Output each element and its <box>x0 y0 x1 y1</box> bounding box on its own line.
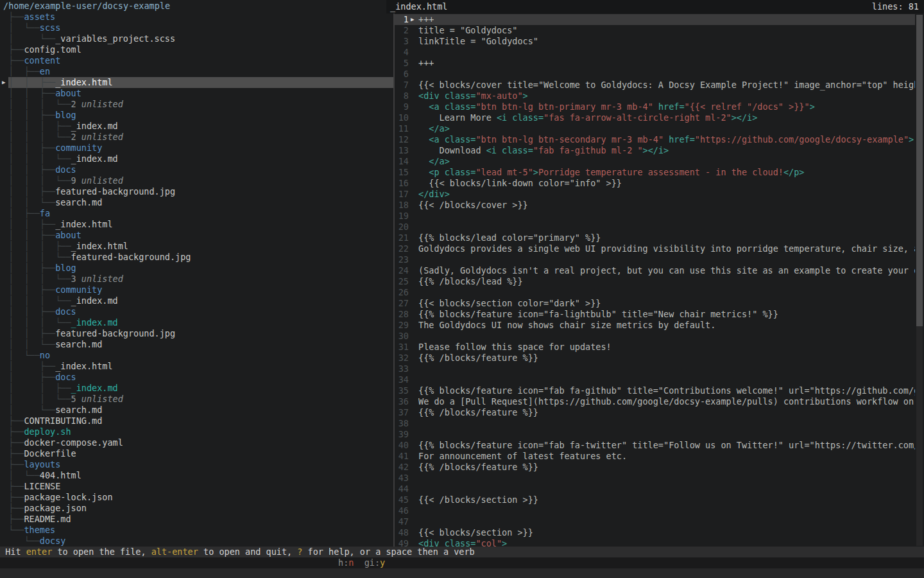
line-number: 33 <box>395 363 409 374</box>
tree-item-featured-background-jpg[interactable]: │ │ │ └──featured-background.jpg <box>0 252 393 263</box>
tree-item-label: _index.md <box>71 295 118 306</box>
code-text: Download <i class="fab fa-github ml-2 ">… <box>418 145 915 156</box>
tree-branch-lines: │ └── <box>8 33 55 44</box>
line-number: 19 <box>395 211 409 222</box>
code-line-4: 4 <box>395 47 915 58</box>
code-text <box>418 516 915 527</box>
unlisted-count: 9 <box>71 175 76 186</box>
scrollbar[interactable] <box>916 15 923 546</box>
line-number: 49 <box>395 538 409 547</box>
line-number: 28 <box>395 309 409 320</box>
gutter-gap <box>409 145 418 156</box>
tree-item-search-md[interactable]: │ └──search.md <box>0 405 393 416</box>
tree-item-contributing-md[interactable]: ├──CONTRIBUTING.md <box>0 416 393 426</box>
status-text: enter <box>26 547 53 557</box>
tree-item-featured-background-jpg[interactable]: │ │ ├──featured-background.jpg <box>0 186 393 197</box>
tree-item-package-lock-json[interactable]: ├──package-lock.json <box>0 492 393 503</box>
tree-item-en[interactable]: │ ├──en <box>0 66 393 77</box>
tree-item-label: no <box>40 350 50 360</box>
tree-item-label: about <box>55 230 81 240</box>
tree-item--index-md[interactable]: │ │ │ └──_index.md <box>0 317 393 328</box>
line-number: 32 <box>395 353 409 363</box>
tree-item-docker-compose-yaml[interactable]: ├──docker-compose.yaml <box>0 437 393 448</box>
tree-item--index-html[interactable]: │ ├──_index.html <box>0 361 393 372</box>
tree-branch-lines: │ │ ├── <box>8 88 55 98</box>
tree-item-404-html[interactable]: │ └──404.html <box>0 470 393 481</box>
tree-item-blog[interactable]: │ │ ├──blog <box>0 110 393 121</box>
tree-item-config-toml[interactable]: ├──config.toml <box>0 44 393 55</box>
tree-item--index-md[interactable]: │ │ │ ├──_index.md <box>0 121 393 132</box>
tree-item-docsy[interactable]: └──docsy <box>0 536 393 547</box>
tree-item-content[interactable]: ├──content <box>0 55 393 66</box>
tree-item-label: _variables_project.scss <box>55 33 175 44</box>
tree-item--index-html[interactable]: │ │ ├──_index.html <box>0 219 393 230</box>
gutter-gap <box>409 243 418 254</box>
tree-item-dockerfile[interactable]: ├──Dockerfile <box>0 448 393 459</box>
row-marker <box>0 44 8 55</box>
tree-item-docs[interactable]: │ │ ├──docs <box>0 164 393 175</box>
preview-title: _index.html <box>390 0 447 13</box>
tree-item-label: README.md <box>24 514 71 524</box>
gutter-gap <box>409 254 418 265</box>
tree-branch-lines: │ │ ├── <box>8 164 55 175</box>
tree-branch-lines: ├── <box>8 44 24 55</box>
line-number: 40 <box>395 440 409 451</box>
tree-branch-lines: ├── <box>8 437 24 448</box>
tree-item--index-md[interactable]: │ │ │ └──_index.md <box>0 295 393 306</box>
row-marker <box>0 317 8 328</box>
tree-item--index-md[interactable]: │ │ ├──_index.md <box>0 383 393 394</box>
gutter-gap <box>409 538 418 547</box>
tree-item-community[interactable]: │ │ ├──community <box>0 143 393 153</box>
row-marker <box>0 448 8 459</box>
row-marker <box>0 197 8 208</box>
code-line-12: 12 <a class="btn btn-lg btn-secondary mr… <box>395 134 915 145</box>
row-marker <box>0 22 8 33</box>
line-number: 42 <box>395 462 409 473</box>
row-marker <box>0 263 8 274</box>
tree-item--variables-project-scss[interactable]: │ └──_variables_project.scss <box>0 33 393 44</box>
row-marker <box>0 219 8 230</box>
status-text: to open and quit, <box>198 547 297 557</box>
tree-item--index-md[interactable]: │ │ │ └──_index.md <box>0 153 393 164</box>
tree-item-featured-background-jpg[interactable]: │ │ ├──featured-background.jpg <box>0 328 393 339</box>
tree-branch-lines: │ │ ├── <box>8 219 55 229</box>
code-line-40: 40{{% blocks/feature icon="fab fa-twitte… <box>395 440 915 451</box>
tree-item-docs[interactable]: │ │ ├──docs <box>0 306 393 317</box>
tree-branch-lines: │ │ │ └── <box>8 274 71 284</box>
tree-item-layouts[interactable]: ├──layouts <box>0 459 393 470</box>
gutter-gap <box>409 429 418 440</box>
tree-item-community[interactable]: │ │ ├──community <box>0 285 393 295</box>
tree-item-license[interactable]: ├──LICENSE <box>0 481 393 492</box>
tree-item-scss[interactable]: │ └──scss <box>0 22 393 33</box>
row-marker <box>0 241 8 252</box>
code-line-23: 23 <box>395 254 915 265</box>
code-line-1: 1▶+++ <box>395 14 915 25</box>
code-text <box>418 418 915 429</box>
code-text <box>418 47 915 58</box>
tree-item-search-md[interactable]: │ │ └──search.md <box>0 197 393 208</box>
tree-item-package-json[interactable]: ├──package.json <box>0 503 393 514</box>
tree-item-about[interactable]: │ │ ├──about <box>0 88 393 99</box>
tree-item--index-html[interactable]: ▶│ │ ├──_index.html <box>0 77 393 88</box>
tree-item-search-md[interactable]: │ │ └──search.md <box>0 339 393 350</box>
gutter-gap <box>409 353 418 363</box>
code-text: (Sadly, Goldydocs isn't a real project, … <box>418 265 915 276</box>
input-bar[interactable]: :e h:n gi:y <box>0 557 924 568</box>
tree-item-deploy-sh[interactable]: ├──deploy.sh <box>0 426 393 437</box>
tree-item-docs[interactable]: │ ├──docs <box>0 372 393 383</box>
tree-item--index-html[interactable]: │ │ │ ├──_index.html <box>0 241 393 252</box>
tree-item-about[interactable]: │ │ ├──about <box>0 230 393 241</box>
file-tree: /home/example-user/docsy-example├──asset… <box>0 0 393 547</box>
row-marker <box>0 426 8 437</box>
tree-item-no[interactable]: │ └──no <box>0 350 393 361</box>
tree-item-fa[interactable]: │ ├──fa <box>0 208 393 219</box>
tree-item-readme-md[interactable]: ├──README.md <box>0 514 393 525</box>
tree-item-blog[interactable]: │ │ ├──blog <box>0 263 393 274</box>
row-marker <box>0 208 8 219</box>
code-line-36: 36We do a [Pull Request](https://github.… <box>395 396 915 407</box>
tree-item-themes[interactable]: └──themes <box>0 525 393 536</box>
tree-item-assets[interactable]: ├──assets <box>0 12 393 22</box>
scrollbar-thumb[interactable] <box>916 15 923 326</box>
line-number: 21 <box>395 232 409 243</box>
code-text: {{< blocks/section color="dark" >}} <box>418 298 915 309</box>
